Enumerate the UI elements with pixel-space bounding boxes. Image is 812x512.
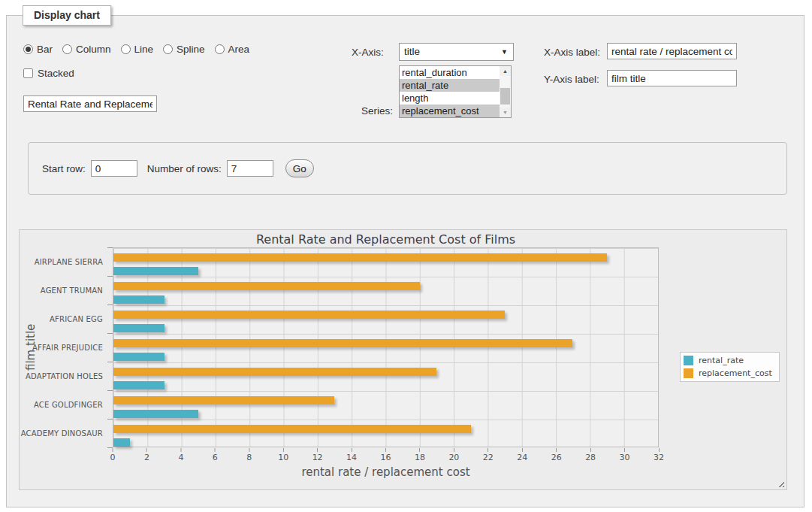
tick-mark — [283, 448, 284, 452]
tick-mark — [249, 448, 249, 452]
x-axis-tick: 20 — [448, 448, 459, 462]
x-axis-tick: 10 — [278, 448, 288, 462]
series-option-length[interactable]: length — [400, 92, 500, 105]
bar-rental_rate — [113, 324, 165, 332]
y-axis-tick — [107, 304, 113, 305]
tick-label: 18 — [415, 453, 425, 462]
bar-rental_rate — [113, 295, 165, 304]
bar-replacement_cost — [113, 368, 436, 376]
radio-label: Column — [76, 44, 111, 55]
series-option-rental_rate[interactable]: rental_rate — [400, 79, 500, 92]
fieldset-legend-text: Display chart — [34, 9, 100, 21]
x-axis-label-input[interactable] — [607, 43, 737, 59]
category-label: ACE GOLDFINGER — [20, 390, 108, 419]
bar-rental_rate — [113, 381, 165, 389]
bar-replacement_cost — [113, 311, 505, 319]
y-axis-category-labels: AIRPLANE SIERRAAGENT TRUMANAFRICAN EGGAF… — [20, 247, 108, 447]
tick-mark — [419, 448, 420, 452]
start-row-label: Start row: — [42, 163, 86, 174]
legend-swatch — [684, 356, 693, 365]
stacked-checkbox-row[interactable]: Stacked — [23, 68, 74, 79]
bar-rental_rate — [113, 410, 198, 418]
y-axis-tick — [107, 390, 113, 391]
chart-type-line[interactable]: Line — [121, 44, 154, 55]
series-listbox[interactable]: rental_durationrental_ratelengthreplacem… — [399, 65, 512, 118]
y-axis-tick — [107, 247, 113, 248]
y-axis-label-input[interactable] — [607, 70, 737, 86]
go-button[interactable]: Go — [285, 159, 314, 177]
category-label: AFRICAN EGG — [20, 304, 108, 333]
bar-rental_rate — [113, 438, 130, 447]
tick-label: 32 — [654, 453, 664, 462]
x-axis-tick: 26 — [551, 448, 562, 462]
chart-title-input[interactable] — [23, 95, 157, 112]
legend-label: replacement_cost — [699, 368, 772, 378]
radio-label: Area — [228, 44, 250, 55]
x-axis-tick: 4 — [178, 448, 183, 462]
radio-label: Bar — [37, 44, 53, 55]
tick-label: 10 — [278, 453, 288, 462]
category-label: AGENT TRUMAN — [20, 276, 108, 304]
tick-mark — [113, 448, 113, 452]
x-axis-tick-labels: 02468101214161820222426283032 — [113, 448, 659, 465]
chart-type-bar[interactable]: Bar — [23, 44, 53, 55]
tick-mark — [590, 448, 591, 452]
tick-mark — [317, 448, 318, 452]
chart-legend: rental_ratereplacement_cost — [680, 352, 780, 382]
radio-icon — [215, 44, 225, 54]
tick-label: 8 — [246, 453, 252, 462]
x-axis-tick: 22 — [483, 448, 494, 462]
tick-label: 30 — [620, 453, 630, 462]
legend-item-rental_rate: rental_rate — [684, 356, 772, 365]
y-axis-label-label: Y-Axis label: — [544, 74, 599, 85]
start-row-input[interactable] — [91, 160, 137, 177]
series-label: Series: — [361, 105, 393, 117]
tick-label: 16 — [381, 453, 391, 462]
x-axis-select[interactable]: title ▼ — [399, 43, 514, 61]
fieldset-legend: Display chart — [23, 5, 111, 26]
tick-label: 2 — [144, 453, 149, 462]
y-axis-tick — [107, 447, 113, 448]
series-options: rental_durationrental_ratelengthreplacem… — [400, 66, 500, 117]
tick-label: 28 — [585, 453, 596, 462]
series-listbox-scrollbar[interactable]: ▲ ▼ — [500, 66, 511, 117]
x-axis-tick: 14 — [346, 448, 357, 462]
bar-replacement_cost — [113, 396, 334, 404]
number-of-rows-input[interactable] — [227, 160, 273, 177]
chart-panel: Rental Rate and Replacement Cost of Film… — [19, 229, 787, 490]
radio-icon — [62, 44, 72, 54]
tick-mark — [624, 448, 625, 452]
radio-icon — [121, 44, 131, 54]
display-chart-fieldset: Display chart BarColumnLineSplineArea St… — [6, 15, 804, 507]
chart-title: Rental Rate and Replacement Cost of Film… — [113, 232, 659, 247]
scrollbar-thumb[interactable] — [500, 88, 510, 105]
series-option-rental_duration[interactable]: rental_duration — [400, 66, 500, 79]
category-label: ACADEMY DINOSAUR — [20, 419, 108, 447]
tick-label: 22 — [483, 453, 494, 462]
y-axis-tick — [107, 276, 113, 277]
tick-mark — [352, 448, 352, 452]
bar-replacement_cost — [113, 253, 607, 262]
tick-label: 12 — [312, 453, 323, 462]
x-axis-tick: 2 — [144, 448, 149, 462]
series-option-replacement_cost[interactable]: replacement_cost — [400, 105, 500, 117]
chart-type-area[interactable]: Area — [215, 44, 250, 55]
x-axis-tick: 18 — [415, 448, 425, 462]
tick-mark — [385, 448, 386, 452]
tick-mark — [454, 448, 454, 452]
category-label: ADAPTATION HOLES — [20, 362, 108, 390]
scroll-up-icon[interactable]: ▲ — [500, 66, 511, 76]
tick-mark — [146, 448, 147, 452]
stacked-checkbox[interactable] — [23, 68, 33, 78]
x-axis-tick: 6 — [213, 448, 218, 462]
chart-type-spline[interactable]: Spline — [163, 44, 205, 55]
bar-rental_rate — [113, 353, 165, 361]
tick-label: 0 — [110, 453, 116, 462]
tick-mark — [488, 448, 488, 452]
radio-label: Line — [134, 44, 154, 55]
radio-label: Spline — [177, 44, 205, 55]
scroll-down-icon[interactable]: ▼ — [500, 108, 511, 117]
bar-replacement_cost — [113, 425, 471, 433]
resize-grip-icon[interactable] — [776, 479, 784, 487]
chart-type-column[interactable]: Column — [62, 44, 111, 55]
